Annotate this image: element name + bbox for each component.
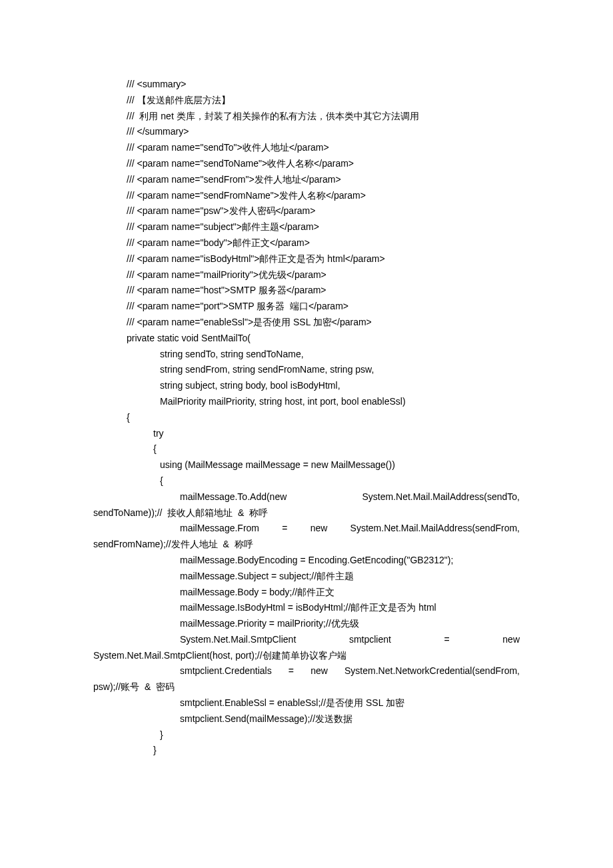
code-line: /// <summary>	[93, 77, 520, 93]
code-line: /// <param name="enableSsl">是否使用 SSL 加密<…	[93, 315, 520, 331]
code-line: /// <param name="sendToName">收件人名称</para…	[93, 156, 520, 172]
code-line: private static void SentMailTo(	[93, 331, 520, 347]
code-line: /// <param name="sendFrom">发件人地址</param>	[93, 172, 520, 188]
code-line: }	[93, 727, 520, 743]
code-line: /// <param name="isBodyHtml">邮件正文是否为 htm…	[93, 251, 520, 267]
code-line: System.Net.Mail.SmtpClient(host, port);/…	[93, 648, 520, 664]
code-line: /// <param name="port">SMTP 服务器 端口</para…	[93, 299, 520, 315]
code-line: {	[93, 473, 520, 489]
code-line: smtpclient.Send(mailMessage);//发送数据	[93, 711, 520, 727]
code-line: try	[93, 426, 520, 442]
code-line: /// <param name="sendTo">收件人地址</param>	[93, 140, 520, 156]
code-line: sendFromName);//发件人地址 & 称呼	[93, 537, 520, 553]
code-line: mailMessage.Body = body;//邮件正文	[93, 585, 520, 601]
code-line: /// <param name="body">邮件正文</param>	[93, 235, 520, 251]
code-line: {	[93, 410, 520, 426]
code-line: MailPriority mailPriority, string host, …	[93, 394, 520, 410]
code-line: mailMessage.Subject = subject;//邮件主题	[93, 569, 520, 585]
code-line: /// <param name="subject">邮件主题</param>	[93, 219, 520, 235]
code-line: mailMessage.To.Add(new System.Net.Mail.M…	[93, 489, 520, 505]
code-line: }	[93, 743, 520, 759]
code-line: /// <param name="mailPriority">优先级</para…	[93, 267, 520, 283]
code-line: mailMessage.Priority = mailPriority;//优先…	[93, 616, 520, 632]
code-line: /// 【发送邮件底层方法】	[93, 93, 520, 109]
code-line: System.Net.Mail.SmtpClient smtpclient = …	[93, 632, 520, 648]
code-line: mailMessage.IsBodyHtml = isBodyHtml;//邮件…	[93, 600, 520, 616]
code-line: /// </summary>	[93, 124, 520, 140]
code-line: mailMessage.From = new System.Net.Mail.M…	[93, 521, 520, 537]
code-line: {	[93, 441, 520, 457]
code-line: string subject, string body, bool isBody…	[93, 378, 520, 394]
code-line: psw);//账号 & 密码	[93, 679, 520, 695]
code-line: /// <param name="psw">发件人密码</param>	[93, 203, 520, 219]
code-line: smtpclient.EnableSsl = enableSsl;//是否使用 …	[93, 695, 520, 711]
code-line: /// <param name="sendFromName">发件人名称</pa…	[93, 188, 520, 204]
code-line: mailMessage.BodyEncoding = Encoding.GetE…	[93, 553, 520, 569]
code-line: string sendFrom, string sendFromName, st…	[93, 362, 520, 378]
document-page: /// <summary>/// 【发送邮件底层方法】/// 利用 net 类库…	[0, 0, 613, 825]
code-line: /// 利用 net 类库，封装了相关操作的私有方法，供本类中其它方法调用	[93, 109, 520, 125]
code-line: smtpclient.Credentials = new System.Net.…	[93, 663, 520, 679]
code-line: /// <param name="host">SMTP 服务器</param>	[93, 283, 520, 299]
code-line: using (MailMessage mailMessage = new Mai…	[93, 457, 520, 473]
code-line: string sendTo, string sendToName,	[93, 347, 520, 363]
code-line: sendToName));// 接收人邮箱地址 & 称呼	[93, 505, 520, 521]
